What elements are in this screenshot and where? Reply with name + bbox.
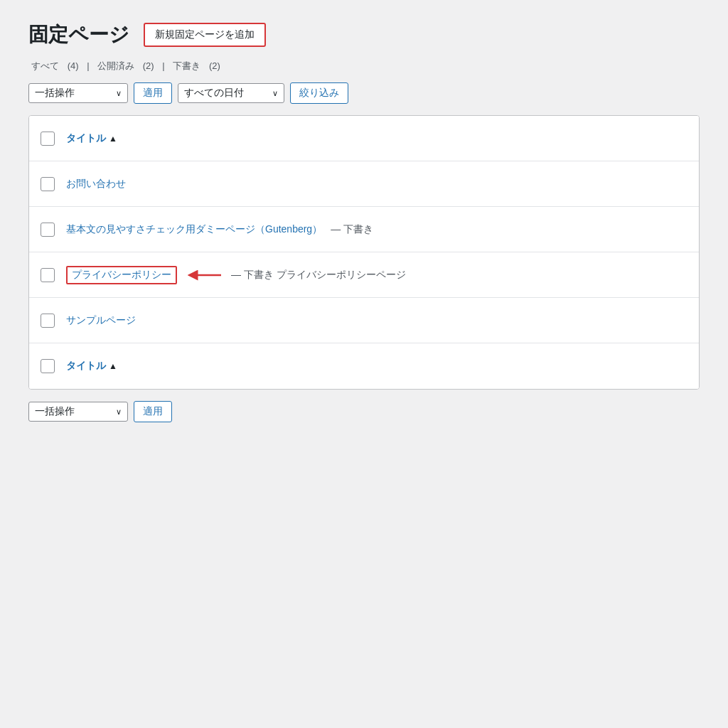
filter-all-link[interactable]: すべて (4): [28, 60, 84, 71]
title-sort-link[interactable]: タイトル ▲: [66, 132, 117, 145]
row-checkbox-sample[interactable]: [41, 314, 55, 328]
page-link-privacy[interactable]: プライバシーポリシー: [72, 269, 171, 280]
sort-asc-icon: ▲: [109, 134, 117, 144]
row-title-dummy: 基本文の見やすさチェック用ダミーページ（Gutenberg） — 下書き: [66, 223, 687, 236]
bulk-action-select[interactable]: 一括操作 ∨: [28, 83, 128, 103]
arrow-annotation: [187, 267, 223, 284]
pages-table: タイトル ▲ お問い合わせ 基本文の見やすさチェック用ダミーページ（Gutenb…: [28, 115, 700, 390]
col-title-footer: タイトル ▲: [66, 360, 687, 373]
toolbar: 一括操作 ∨ 適用 すべての日付 ∨ 絞り込み: [28, 82, 700, 104]
filter-published-link[interactable]: 公開済み (2): [95, 60, 159, 71]
date-filter-label: すべての日付: [184, 87, 244, 100]
privacy-title-highlight: プライバシーポリシー: [66, 266, 177, 284]
row-title-sample: サンプルページ: [66, 314, 687, 327]
bottom-bulk-action-chevron-icon: ∨: [116, 407, 122, 417]
row-title-privacy: プライバシーポリシー — 下書き プライバシーポリシーページ: [66, 266, 687, 284]
page-header: 固定ページ 新規固定ページを追加: [28, 21, 700, 48]
bottom-bulk-action-select[interactable]: 一括操作 ∨: [28, 402, 128, 422]
date-filter-chevron-icon: ∨: [272, 89, 278, 98]
page-link-contact[interactable]: お問い合わせ: [66, 178, 126, 191]
status-badge-privacy: — 下書き プライバシーポリシーページ: [231, 269, 406, 282]
separator-2: |: [162, 60, 164, 71]
table-footer-header-row: タイトル ▲: [29, 343, 699, 389]
bottom-toolbar: 一括操作 ∨ 適用: [28, 401, 700, 422]
table-row: お問い合わせ: [29, 161, 699, 207]
sort-asc-footer-icon: ▲: [109, 361, 117, 371]
add-new-page-button[interactable]: 新規固定ページを追加: [144, 23, 266, 47]
filter-button[interactable]: 絞り込み: [290, 82, 348, 104]
page-title: 固定ページ: [28, 21, 129, 48]
select-all-checkbox[interactable]: [41, 132, 55, 146]
row-checkbox-privacy[interactable]: [41, 268, 55, 282]
bulk-action-label: 一括操作: [35, 87, 75, 100]
table-row: プライバシーポリシー — 下書き プライバシーポリシーページ: [29, 252, 699, 298]
filter-links: すべて (4) | 公開済み (2) | 下書き (2): [28, 60, 700, 73]
page-link-sample[interactable]: サンプルページ: [66, 314, 136, 327]
table-row: サンプルページ: [29, 298, 699, 343]
bottom-apply-button[interactable]: 適用: [134, 401, 172, 422]
separator-1: |: [87, 60, 89, 71]
table-header-row: タイトル ▲: [29, 116, 699, 161]
col-title-header: タイトル ▲: [66, 132, 687, 145]
bulk-action-chevron-icon: ∨: [116, 89, 122, 98]
filter-draft-link[interactable]: 下書き (2): [170, 60, 223, 71]
title-sort-footer-link[interactable]: タイトル ▲: [66, 360, 117, 373]
bottom-bulk-action-label: 一括操作: [35, 405, 75, 418]
row-title-contact: お問い合わせ: [66, 178, 687, 191]
row-checkbox-dummy[interactable]: [41, 223, 55, 237]
page-link-dummy[interactable]: 基本文の見やすさチェック用ダミーページ（Gutenberg）: [66, 223, 322, 236]
date-filter-select[interactable]: すべての日付 ∨: [178, 83, 284, 103]
row-checkbox-contact[interactable]: [41, 177, 55, 191]
status-badge-dummy: — 下書き: [331, 223, 373, 236]
select-all-footer-checkbox[interactable]: [41, 359, 55, 373]
arrow-icon: [187, 267, 223, 284]
apply-button[interactable]: 適用: [134, 82, 172, 104]
table-row: 基本文の見やすさチェック用ダミーページ（Gutenberg） — 下書き: [29, 207, 699, 252]
